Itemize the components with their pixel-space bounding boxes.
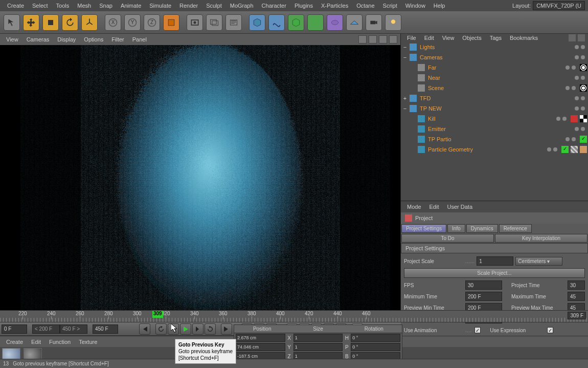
mat-function[interactable]: Function <box>45 338 75 346</box>
y-axis-icon[interactable]: Y <box>124 14 141 31</box>
camera-icon[interactable] <box>366 14 382 31</box>
menu-octane[interactable]: Octane <box>352 1 378 10</box>
object-label[interactable]: TFD <box>418 95 575 102</box>
menu-mesh[interactable]: Mesh <box>73 1 95 10</box>
scale-icon[interactable] <box>42 14 59 31</box>
object-label[interactable]: Cameras <box>418 54 575 61</box>
viewport-zoom-icon[interactable] <box>369 35 377 44</box>
checkbox[interactable] <box>547 327 553 333</box>
visibility-dots[interactable] <box>566 66 576 70</box>
om-file[interactable]: File <box>403 34 420 42</box>
checkbox[interactable] <box>474 327 481 333</box>
menu-xparticles[interactable]: X-Particles <box>317 1 352 10</box>
spline-icon[interactable] <box>268 14 285 31</box>
object-label[interactable]: TP NEW <box>418 105 575 112</box>
field-project-scale[interactable]: 1 <box>477 256 513 266</box>
menu-character[interactable]: Character <box>258 1 290 10</box>
mat-edit[interactable]: Edit <box>27 338 45 346</box>
live-select-icon[interactable] <box>4 14 20 31</box>
om-tags[interactable]: Tags <box>486 34 506 42</box>
coord-system-icon[interactable] <box>163 14 179 31</box>
tab-info[interactable]: Info <box>447 224 465 233</box>
visibility-dots[interactable] <box>575 55 585 59</box>
size-field[interactable]: 1 <box>293 334 343 342</box>
menu-select[interactable]: Select <box>28 1 52 10</box>
current-frame-field[interactable]: 309 F <box>568 312 586 319</box>
visibility-dots[interactable] <box>575 106 585 111</box>
tag-icon[interactable] <box>571 146 578 153</box>
viewmenu-options[interactable]: Options <box>80 35 107 44</box>
range-end-field[interactable]: 450 F > <box>60 324 87 334</box>
tree-item[interactable]: Far <box>401 62 588 73</box>
viewmenu-view[interactable]: View <box>2 35 22 44</box>
end-frame-field[interactable]: 450 F <box>93 324 118 334</box>
value-field[interactable]: 30 <box>465 280 502 290</box>
axis-icon[interactable] <box>81 14 98 31</box>
object-label[interactable]: Particle Geometry <box>426 146 547 153</box>
size-field[interactable]: 1 <box>293 343 343 351</box>
dropdown-units[interactable]: Centimeters ▾ <box>515 257 562 266</box>
tree-item[interactable]: Scene <box>401 83 588 93</box>
render-pv-icon[interactable] <box>206 14 222 31</box>
nurbs-icon[interactable] <box>288 14 304 31</box>
tag-icon[interactable] <box>580 115 587 122</box>
next-frame-button[interactable] <box>192 323 203 335</box>
viewport[interactable] <box>0 45 400 310</box>
timeline-ruler[interactable]: 220240260280300320340360380400420440460 … <box>0 310 588 322</box>
menu-snap[interactable]: Snap <box>95 1 117 10</box>
tree-item[interactable]: −TP NEW <box>401 103 588 114</box>
rot-field[interactable]: 0 ° <box>351 334 400 342</box>
expand-icon[interactable]: − <box>402 105 408 112</box>
viewmenu-display[interactable]: Display <box>53 35 80 44</box>
goto-start-button[interactable] <box>139 323 150 335</box>
value-field[interactable]: 45 <box>568 292 585 301</box>
visibility-dots[interactable] <box>566 86 576 90</box>
value-field[interactable]: 30 <box>568 280 585 290</box>
scale-project-button[interactable]: Scale Project... <box>404 268 585 278</box>
x-axis-icon[interactable]: X <box>105 14 121 31</box>
object-label[interactable]: Near <box>426 74 575 81</box>
visibility-dots[interactable] <box>575 127 585 131</box>
tree-item[interactable]: Near <box>401 73 588 83</box>
tab-todo[interactable]: To Do <box>401 234 494 243</box>
viewport-toggle-icon[interactable] <box>389 35 397 44</box>
am-mode[interactable]: Mode <box>403 203 425 211</box>
menu-animate[interactable]: Animate <box>117 1 145 10</box>
move-icon[interactable] <box>23 14 39 31</box>
tab-keyinterp[interactable]: Key Interpolation <box>495 234 587 243</box>
playhead-marker[interactable]: 309 <box>152 311 163 318</box>
menu-create[interactable]: Create <box>3 1 28 10</box>
mat-create[interactable]: Create <box>2 338 27 346</box>
menu-plugins[interactable]: Plugins <box>290 1 317 10</box>
z-axis-icon[interactable]: Z <box>144 14 160 31</box>
am-userdata[interactable]: User Data <box>443 203 477 211</box>
goto-prev-key-button[interactable] <box>155 323 167 335</box>
rotate-icon[interactable] <box>62 14 78 31</box>
menu-tools[interactable]: Tools <box>52 1 74 10</box>
om-view[interactable]: View <box>438 34 459 42</box>
tag-icon[interactable] <box>571 115 578 122</box>
tree-item[interactable]: Emitter <box>401 124 588 134</box>
tree-item[interactable]: Kill <box>401 114 588 124</box>
start-frame-field[interactable]: 0 F <box>2 324 27 334</box>
mat-texture[interactable]: Texture <box>75 338 101 346</box>
deformer-icon[interactable] <box>327 14 343 31</box>
viewport-move-icon[interactable] <box>358 35 367 44</box>
menu-window[interactable]: Window <box>401 1 429 10</box>
range-start-field[interactable]: < 200 F <box>32 324 60 334</box>
om-home-icon[interactable] <box>578 34 585 41</box>
expand-icon[interactable]: − <box>402 54 408 60</box>
tag-icon[interactable] <box>580 84 587 92</box>
visibility-dots[interactable] <box>556 117 567 121</box>
menu-sculpt[interactable]: Sculpt <box>202 1 226 10</box>
layout-dropdown[interactable]: CMIVFX_720P (U <box>533 1 585 10</box>
tree-item[interactable]: −Cameras <box>401 52 588 62</box>
menu-render[interactable]: Render <box>175 1 202 10</box>
expand-icon[interactable]: + <box>402 95 408 101</box>
menu-mograph[interactable]: MoGraph <box>226 1 258 10</box>
rot-field[interactable]: 0 ° <box>351 343 400 351</box>
om-search-icon[interactable] <box>569 34 576 41</box>
expand-icon[interactable]: − <box>402 44 408 50</box>
tree-item[interactable]: Particle Geometry✓ <box>401 144 588 155</box>
visibility-dots[interactable] <box>547 147 557 151</box>
